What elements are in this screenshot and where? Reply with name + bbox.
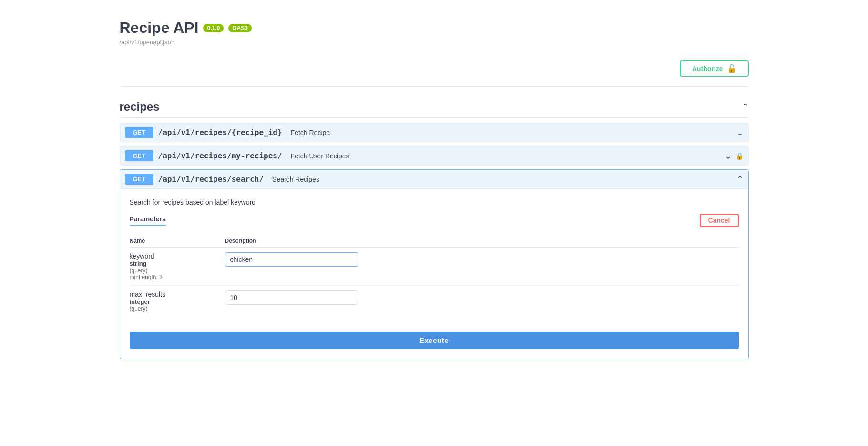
endpoint-header-fetch-recipe[interactable]: GET /api/v1/recipes/{recipe_id} Fetch Re…: [120, 123, 748, 142]
parameters-table: Name Description keyword string (query) …: [130, 235, 739, 317]
execute-button[interactable]: Execute: [130, 332, 739, 349]
endpoint-header-my-recipes[interactable]: GET /api/v1/recipes/my-recipes/ Fetch Us…: [120, 146, 748, 165]
endpoint-panel-search: Search for recipes based on label keywor…: [120, 188, 748, 359]
endpoint-controls-2: ⌄ 🔒: [725, 151, 744, 161]
keyword-input[interactable]: [225, 252, 358, 267]
panel-toolbar: Parameters Cancel: [130, 214, 739, 227]
param-row-max-results: max_results integer (query): [130, 286, 739, 317]
param-row-keyword: keyword string (query) minLength: 3: [130, 248, 739, 286]
endpoint-summary-1: Fetch Recipe: [291, 129, 330, 136]
param-name-cell-max-results: max_results integer (query): [130, 286, 225, 317]
section-title: recipes: [120, 100, 160, 114]
recipes-section: recipes ⌃ GET /api/v1/recipes/{recipe_id…: [120, 96, 749, 359]
lock-icon: 🔓: [727, 64, 736, 73]
description-col-header: Description: [225, 235, 739, 248]
max-results-input[interactable]: [225, 290, 358, 305]
endpoint-header-search[interactable]: GET /api/v1/recipes/search/ Search Recip…: [120, 170, 748, 188]
name-col-header: Name: [130, 235, 225, 248]
api-url: /api/v1/openapi.json: [120, 39, 749, 46]
endpoint-description: Search for recipes based on label keywor…: [130, 198, 739, 206]
authorize-bar: Authorize 🔓: [120, 51, 749, 87]
section-collapse-icon[interactable]: ⌃: [742, 102, 749, 112]
param-type-keyword: string: [130, 260, 225, 267]
endpoint-controls-3: ⌃: [736, 174, 744, 185]
section-header: recipes ⌃: [120, 96, 749, 118]
endpoint-path-3: /api/v1/recipes/search/: [158, 175, 264, 184]
cancel-button[interactable]: Cancel: [700, 214, 739, 227]
endpoint-path-2: /api/v1/recipes/my-recipes/: [158, 151, 282, 160]
method-badge-get-3: GET: [125, 174, 153, 185]
endpoint-collapse-icon-2[interactable]: ⌄: [725, 151, 732, 161]
endpoint-row-my-recipes: GET /api/v1/recipes/my-recipes/ Fetch Us…: [120, 146, 749, 166]
parameters-tab[interactable]: Parameters: [130, 215, 166, 226]
execute-bar: Execute: [130, 327, 739, 349]
endpoint-path-1: /api/v1/recipes/{recipe_id}: [158, 128, 282, 137]
param-meta-keyword: minLength: 3: [130, 274, 225, 280]
authorize-button[interactable]: Authorize 🔓: [680, 60, 749, 77]
param-name-max-results: max_results: [130, 290, 225, 298]
param-name-cell-keyword: keyword string (query) minLength: 3: [130, 248, 225, 286]
api-header: Recipe API 0.1.0 OAS3 /api/v1/openapi.js…: [120, 10, 749, 51]
lock-icon-2: 🔒: [735, 152, 744, 160]
method-badge-get-1: GET: [125, 127, 153, 138]
param-value-cell-keyword: [225, 248, 739, 286]
param-name-keyword: keyword: [130, 252, 225, 260]
endpoint-summary-2: Fetch User Recipes: [291, 152, 349, 160]
endpoint-row-search: GET /api/v1/recipes/search/ Search Recip…: [120, 169, 749, 359]
endpoint-collapse-icon-1[interactable]: ⌄: [736, 127, 744, 138]
param-type-max-results: integer: [130, 298, 225, 305]
method-badge-get-2: GET: [125, 150, 153, 161]
endpoint-controls-1: ⌄: [736, 127, 744, 138]
param-location-keyword: (query): [130, 267, 225, 274]
authorize-label: Authorize: [692, 65, 723, 73]
endpoint-summary-3: Search Recipes: [272, 176, 319, 183]
oas-badge: OAS3: [228, 24, 252, 32]
version-badge: 0.1.0: [203, 24, 224, 32]
param-location-max-results: (query): [130, 305, 225, 312]
param-value-cell-max-results: [225, 286, 739, 317]
endpoint-row-fetch-recipe: GET /api/v1/recipes/{recipe_id} Fetch Re…: [120, 123, 749, 142]
endpoint-collapse-icon-3[interactable]: ⌃: [736, 174, 744, 185]
api-title: Recipe API: [120, 19, 199, 37]
